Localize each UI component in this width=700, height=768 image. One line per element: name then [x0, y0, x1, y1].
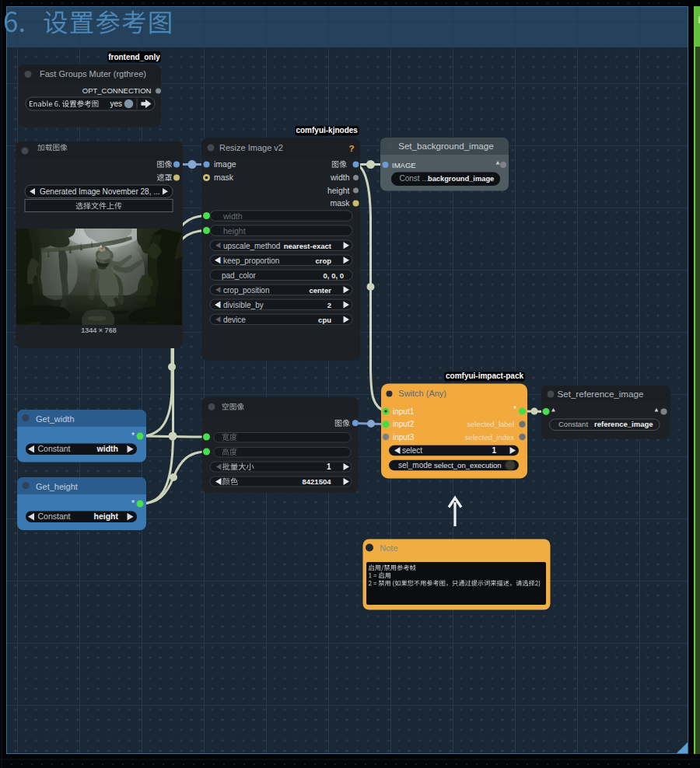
svg-text:divisible_by: divisible_by	[223, 301, 264, 309]
svg-text:upscale_method: upscale_method	[223, 242, 280, 250]
svg-text:mask: mask	[330, 198, 350, 208]
svg-text:height: height	[94, 511, 119, 521]
svg-text:pad_color: pad_color	[222, 271, 257, 280]
svg-text:width: width	[222, 211, 243, 221]
svg-text:keep_proportion: keep_proportion	[223, 257, 279, 265]
svg-text:nearest-exact: nearest-exact	[284, 242, 332, 250]
svg-text:yes: yes	[110, 99, 123, 108]
svg-text:select: select	[402, 446, 422, 455]
svg-text:height: height	[223, 226, 246, 236]
svg-text:0, 0, 0: 0, 0, 0	[324, 271, 344, 280]
svg-text:Switch (Any): Switch (Any)	[398, 389, 446, 398]
svg-text:center: center	[309, 286, 331, 295]
svg-text:comfyui-impact-pack: comfyui-impact-pack	[446, 372, 523, 380]
svg-text:2: 2	[327, 301, 331, 309]
svg-text:reference_image: reference_image	[594, 420, 653, 428]
svg-text:crop_position: crop_position	[223, 286, 269, 295]
svg-text:?: ?	[348, 144, 354, 153]
svg-text:Set_reference_image: Set_reference_image	[558, 389, 644, 399]
svg-text:background_image: background_image	[428, 175, 494, 183]
svg-text:Generated Image November 28, .: Generated Image November 28, ...	[40, 187, 160, 196]
svg-text:1344 × 768: 1344 × 768	[81, 326, 116, 334]
svg-text:Resize Image v2: Resize Image v2	[219, 143, 283, 152]
svg-text:sel_mode: sel_mode	[398, 461, 432, 470]
svg-text:input2: input2	[393, 420, 415, 428]
svg-text:image: image	[214, 159, 236, 169]
svg-text:device: device	[223, 316, 246, 324]
svg-text:width: width	[330, 173, 350, 182]
svg-text:select_on_execution: select_on_execution	[434, 461, 502, 470]
svg-text:width: width	[96, 444, 118, 453]
svg-text:Constant: Constant	[38, 511, 71, 521]
svg-text:Get_height: Get_height	[36, 482, 78, 491]
svg-text:selected_index: selected_index	[465, 433, 515, 442]
svg-text:height: height	[327, 186, 350, 195]
svg-text:OPT_CONNECTION: OPT_CONNECTION	[82, 86, 152, 95]
svg-text:mask: mask	[214, 173, 234, 182]
svg-text:input1: input1	[393, 407, 415, 416]
svg-text:Set_background_image: Set_background_image	[398, 141, 493, 151]
svg-text:IMAGE: IMAGE	[392, 161, 416, 169]
svg-text:*: *	[513, 404, 516, 414]
svg-text:cpu: cpu	[318, 316, 331, 324]
svg-text:*: *	[131, 431, 135, 440]
svg-text:Const ...: Const ...	[400, 174, 429, 183]
svg-text:comfyui-kjnodes: comfyui-kjnodes	[296, 126, 358, 134]
svg-text:1: 1	[492, 446, 496, 455]
svg-text:frontend_only: frontend_only	[108, 53, 160, 61]
svg-text:Constant: Constant	[558, 420, 588, 428]
svg-text:Constant: Constant	[38, 444, 71, 453]
svg-text:*: *	[131, 498, 135, 508]
svg-text:selected_label: selected_label	[467, 420, 514, 428]
svg-text:crop: crop	[315, 257, 331, 265]
svg-text:Get_width: Get_width	[36, 414, 75, 424]
svg-text:Fast Groups Muter (rgthree): Fast Groups Muter (rgthree)	[40, 69, 146, 79]
svg-text:1: 1	[327, 463, 331, 471]
svg-text:Note: Note	[380, 543, 397, 553]
svg-text:input3: input3	[393, 433, 415, 442]
svg-text:8421504: 8421504	[303, 477, 332, 486]
